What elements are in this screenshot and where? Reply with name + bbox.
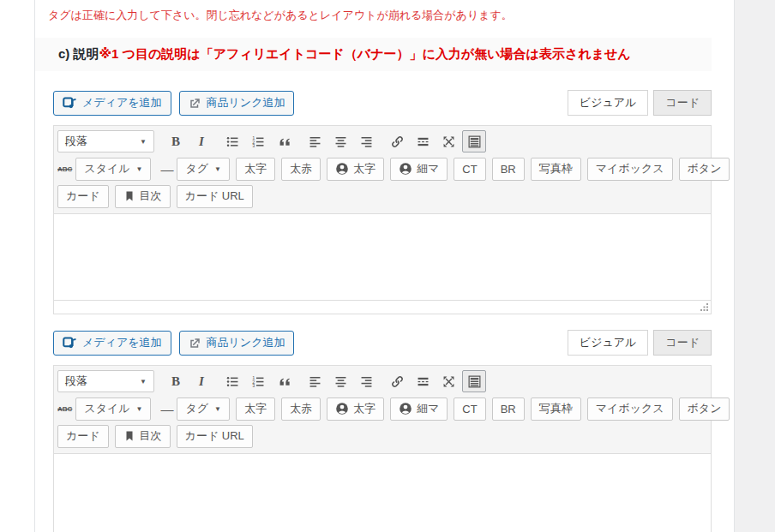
align-center-button[interactable] <box>328 130 352 152</box>
strikethrough-icon: ABC <box>57 405 72 413</box>
tag-dropdown-button[interactable]: タグ▼ <box>177 158 230 181</box>
card-url-button[interactable]: カード URL <box>177 425 253 448</box>
br-label: BR <box>501 163 516 176</box>
add-media-button[interactable]: メディアを追加 <box>53 331 171 356</box>
align-left-button[interactable] <box>303 370 327 392</box>
link-button[interactable] <box>385 130 409 152</box>
person-bold-label: 太字 <box>353 401 375 416</box>
external-link-icon <box>189 97 201 110</box>
horizontal-rule-icon: — <box>160 162 173 176</box>
card-url-button[interactable]: カード URL <box>177 185 253 208</box>
fullscreen-button[interactable] <box>436 130 460 152</box>
tab-code[interactable]: コード <box>653 330 712 356</box>
bold-button[interactable]: B <box>164 370 188 392</box>
person-thin-button[interactable]: 細マ <box>390 398 448 421</box>
link-icon <box>390 374 405 389</box>
horizontal-rule-button[interactable]: — <box>160 158 173 180</box>
my-box-button[interactable]: マイボックス <box>587 398 673 421</box>
numbered-list-button[interactable]: 123 <box>246 130 270 152</box>
toolbar-row-2: ABC スタイル▼ — タグ▼ 太字 太赤 太字 細マ CT BR 写真枠 マイ… <box>57 395 707 422</box>
bullet-list-button[interactable] <box>220 370 244 392</box>
add-media-button[interactable]: メディアを追加 <box>53 91 171 116</box>
editor-toolbar-2: 段落 ▼ B I 123 ABC <box>54 366 711 454</box>
br-button[interactable]: BR <box>492 158 525 181</box>
button-shortcode-label: ボタン <box>688 161 722 176</box>
bold-button[interactable]: B <box>164 130 188 152</box>
ct-button[interactable]: CT <box>454 398 485 421</box>
tag-dropdown-button[interactable]: タグ▼ <box>177 398 230 421</box>
person-icon <box>399 402 412 415</box>
add-product-link-button[interactable]: 商品リンク追加 <box>179 91 295 116</box>
resize-grip[interactable] <box>700 302 709 312</box>
editor-content[interactable] <box>54 454 711 532</box>
toc-button[interactable]: 目次 <box>115 185 171 208</box>
align-center-button[interactable] <box>328 370 352 392</box>
toolbar-toggle-button[interactable] <box>462 370 486 392</box>
align-left-button[interactable] <box>303 130 327 152</box>
person-bold-button[interactable]: 太字 <box>327 398 384 421</box>
media-buttons-row-1: メディアを追加 商品リンク追加 ビジュアル コード <box>53 90 712 116</box>
horizontal-rule-button[interactable]: — <box>160 398 173 420</box>
bold-icon: B <box>171 134 180 149</box>
tinymce-editor-2: 段落 ▼ B I 123 ABC <box>53 365 712 532</box>
person-bold-button[interactable]: 太字 <box>327 158 384 181</box>
person-thin-button[interactable]: 細マ <box>390 158 448 181</box>
paragraph-format-select[interactable]: 段落 ▼ <box>57 130 154 152</box>
toolbar-toggle-icon <box>467 374 482 389</box>
ct-label: CT <box>462 163 477 176</box>
strikethrough-button[interactable]: ABC <box>57 158 72 180</box>
button-shortcode-button[interactable]: ボタン <box>679 158 730 181</box>
button-shortcode-label: ボタン <box>688 401 722 416</box>
my-box-button[interactable]: マイボックス <box>587 158 673 181</box>
editor-content[interactable] <box>54 214 711 300</box>
card-button[interactable]: カード <box>57 425 109 448</box>
toc-button[interactable]: 目次 <box>115 425 171 448</box>
add-product-link-button[interactable]: 商品リンク追加 <box>179 331 295 356</box>
editor-tabs-1: ビジュアル コード <box>568 90 712 116</box>
bullet-list-button[interactable] <box>220 130 244 152</box>
more-tag-button[interactable] <box>411 370 435 392</box>
align-center-icon <box>333 374 348 389</box>
card-button[interactable]: カード <box>57 185 109 208</box>
media-icon <box>63 96 77 111</box>
section-heading: c) 説明※1 つ目の説明は「アフィリエイトコード（バナー）」に入力が無い場合は… <box>35 38 712 71</box>
link-button[interactable] <box>385 370 409 392</box>
italic-button[interactable]: I <box>189 370 213 392</box>
toc-label: 目次 <box>140 428 162 444</box>
styles-dropdown-button[interactable]: スタイル▼ <box>75 398 151 421</box>
align-right-button[interactable] <box>354 130 378 152</box>
toolbar-toggle-button[interactable] <box>462 130 486 152</box>
styles-label: スタイル <box>84 161 129 176</box>
bold-red-button[interactable]: 太赤 <box>281 158 321 181</box>
numbered-list-button[interactable]: 123 <box>246 370 270 392</box>
italic-button[interactable]: I <box>189 130 213 152</box>
bold-text-button[interactable]: 太字 <box>236 398 275 421</box>
button-shortcode-button[interactable]: ボタン <box>679 398 730 421</box>
bold-red-label: 太赤 <box>290 161 312 176</box>
tab-code[interactable]: コード <box>653 90 712 116</box>
tab-visual[interactable]: ビジュアル <box>568 90 649 116</box>
blockquote-button[interactable] <box>272 370 296 392</box>
photo-frame-button[interactable]: 写真枠 <box>531 158 581 181</box>
blockquote-button[interactable] <box>272 130 296 152</box>
svg-text:3: 3 <box>252 383 255 388</box>
align-right-button[interactable] <box>354 370 378 392</box>
italic-icon: I <box>199 374 204 389</box>
fullscreen-button[interactable] <box>436 370 460 392</box>
align-left-icon <box>308 134 322 149</box>
bold-text-button[interactable]: 太字 <box>236 158 275 181</box>
styles-dropdown-button[interactable]: スタイル▼ <box>75 158 151 181</box>
tab-visual[interactable]: ビジュアル <box>568 330 649 356</box>
bullet-list-icon <box>225 374 240 389</box>
br-button[interactable]: BR <box>492 398 525 421</box>
more-tag-button[interactable] <box>411 130 435 152</box>
ct-button[interactable]: CT <box>454 158 485 181</box>
strikethrough-button[interactable]: ABC <box>57 398 72 420</box>
photo-frame-button[interactable]: 写真枠 <box>531 398 581 421</box>
chevron-down-icon: ▼ <box>140 378 147 386</box>
my-box-label: マイボックス <box>596 161 664 176</box>
editor-status-bar <box>54 300 711 314</box>
bold-red-button[interactable]: 太赤 <box>281 398 321 421</box>
person-icon <box>399 162 412 176</box>
paragraph-format-select[interactable]: 段落 ▼ <box>57 370 154 392</box>
